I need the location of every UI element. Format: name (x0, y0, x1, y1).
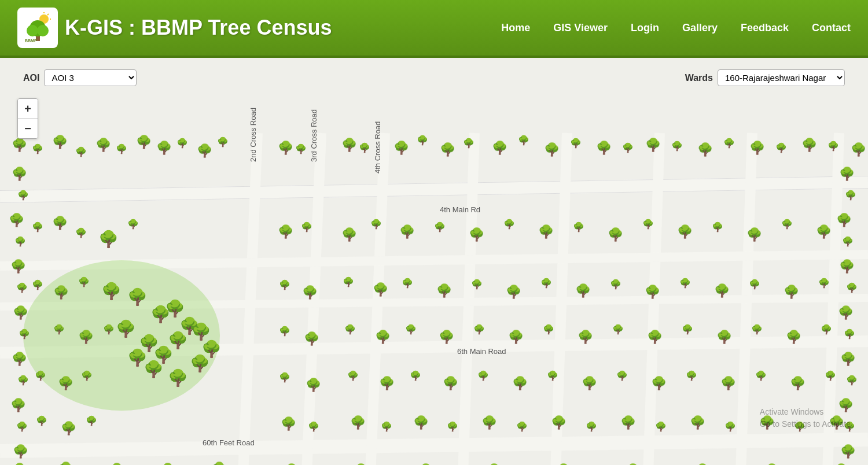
nav-gis-viewer[interactable]: GIS Viewer (553, 22, 608, 34)
nav-home[interactable]: Home (501, 22, 530, 34)
aoi-label: AOI (23, 73, 39, 83)
svg-line-3 (47, 14, 49, 15)
site-header: BBMP TREE CENSUS K-GIS : BBMP Tree Censu… (0, 0, 868, 58)
svg-point-7 (37, 25, 49, 36)
map-background (0, 58, 868, 465)
nav-feedback[interactable]: Feedback (741, 22, 789, 34)
svg-text:BBMP: BBMP (25, 39, 37, 43)
nav-gallery[interactable]: Gallery (682, 22, 718, 34)
zoom-out-button[interactable]: − (18, 119, 38, 138)
aoi-control: AOI AOI 1 AOI 2 AOI 3 AOI 4 AOI 5 (23, 69, 137, 86)
logo-icon: BBMP TREE CENSUS (17, 8, 58, 48)
site-title: K-GIS : BBMP Tree Census (65, 16, 332, 40)
logo-area: BBMP TREE CENSUS K-GIS : BBMP Tree Censu… (17, 8, 332, 48)
svg-point-6 (27, 25, 38, 36)
wards-select[interactable]: 160-Rajarajeshwari Nagar 161-Nayandahall… (718, 69, 845, 86)
zoom-in-button[interactable]: + (18, 99, 38, 119)
wards-label: Wards (685, 73, 713, 83)
svg-text:TREE CENSUS: TREE CENSUS (23, 43, 44, 44)
wards-control: Wards 160-Rajarajeshwari Nagar 161-Nayan… (685, 69, 845, 86)
nav-login[interactable]: Login (631, 22, 659, 34)
map-container[interactable]: 2nd Cross Road 3rd Cross Road 4th Cross … (0, 58, 868, 465)
svg-point-26 (23, 260, 220, 411)
main-nav: Home GIS Viewer Login Gallery Feedback C… (501, 22, 851, 34)
zoom-controls: + − (17, 98, 38, 139)
aoi-select[interactable]: AOI 1 AOI 2 AOI 3 AOI 4 AOI 5 (44, 69, 137, 86)
nav-contact[interactable]: Contact (812, 22, 851, 34)
